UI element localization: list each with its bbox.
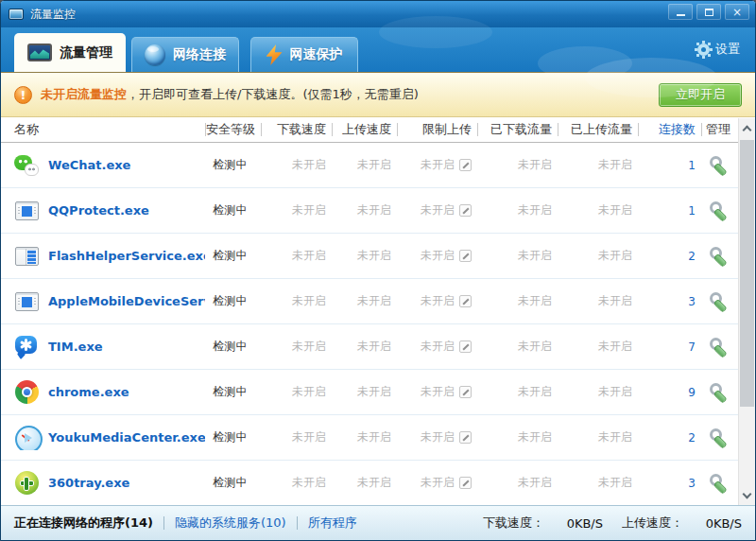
process-name: WeChat.exe [48, 158, 130, 172]
connection-count-link[interactable]: 1 [638, 204, 701, 218]
upload-speed-cell: 未开启 [332, 248, 397, 264]
tab-speed-protection[interactable]: 网速保护 [250, 37, 358, 72]
process-name: QQProtect.exe [48, 203, 149, 218]
process-name: chrome.exe [48, 385, 129, 399]
uploaded-traffic-cell: 未开启 [558, 429, 638, 445]
edit-limit-icon[interactable] [459, 340, 472, 353]
table-row[interactable]: FlashHelperService.exe 检测中 未开启 未开启 未开启 未… [1, 234, 755, 279]
scrollbar-thumb[interactable] [740, 140, 754, 407]
tab-bar: 流量管理 网络连接 网速保护 [14, 33, 358, 72]
warning-text-rest: ，开启即可查看上传/下载速度。(仅需1秒，无需重启) [127, 87, 419, 101]
manage-wrench-icon[interactable] [710, 292, 728, 308]
uploaded-traffic-cell: 未开启 [558, 248, 638, 264]
downloaded-traffic-cell: 未开启 [477, 293, 558, 309]
limit-upload-value: 未开启 [421, 293, 455, 309]
minimize-button[interactable] [668, 4, 693, 20]
table-row[interactable]: TIM.exe 检测中 未开启 未开启 未开启 未开启 未开启 7 [1, 324, 755, 370]
downloaded-traffic-cell: 未开启 [477, 157, 558, 173]
process-app-icon [14, 380, 40, 405]
downloaded-traffic-cell: 未开启 [477, 384, 558, 400]
security-level-value: 检测中 [205, 339, 261, 355]
window-controls: × [668, 4, 749, 20]
security-level-value: 检测中 [205, 384, 261, 400]
connection-count-link[interactable]: 9 [638, 386, 701, 399]
filter-all-programs[interactable]: 所有程序 [308, 515, 357, 532]
lightning-icon [266, 44, 283, 65]
manage-wrench-icon[interactable] [710, 383, 728, 399]
edit-limit-icon[interactable] [459, 159, 472, 171]
connection-count-link[interactable]: 7 [638, 340, 701, 354]
gear-icon [697, 44, 710, 56]
status-bar: 正在连接网络的程序(14) 隐藏的系统服务(10) 所有程序 下载速度： 0KB… [1, 505, 755, 540]
edit-limit-icon[interactable] [459, 295, 472, 307]
settings-button[interactable]: 设置 [697, 41, 740, 58]
uploaded-traffic-cell: 未开启 [558, 202, 638, 218]
download-speed-cell: 未开启 [261, 202, 332, 218]
table-row[interactable]: 360tray.exe 检测中 未开启 未开启 未开启 未开启 未开启 3 [1, 461, 755, 506]
column-header-connections: 连接数 [638, 121, 701, 138]
connection-count-link[interactable]: 3 [638, 477, 701, 490]
process-app-icon [14, 244, 40, 269]
divider [163, 516, 164, 530]
process-name: FlashHelperService.exe [48, 249, 205, 263]
downloaded-traffic-cell: 未开启 [477, 339, 558, 355]
settings-label: 设置 [715, 41, 740, 58]
filter-hidden-services[interactable]: 隐藏的系统服务(10) [175, 515, 286, 532]
scroll-down-button[interactable] [739, 486, 755, 505]
column-header-limit: 限制上传 [397, 121, 477, 138]
tab-network-connections[interactable]: 网络连接 [131, 37, 239, 72]
connection-count-link[interactable]: 2 [638, 431, 701, 445]
manage-wrench-icon[interactable] [710, 247, 728, 263]
upload-speed-cell: 未开启 [332, 202, 397, 218]
download-speed-cell: 未开启 [261, 475, 332, 491]
tab-label: 流量管理 [60, 44, 112, 61]
manage-wrench-icon[interactable] [710, 201, 728, 218]
column-header-download: 下载速度 [261, 121, 332, 138]
downloaded-traffic-cell: 未开启 [477, 202, 558, 218]
filter-connected-programs[interactable]: 正在连接网络的程序(14) [14, 515, 153, 532]
column-header-name: 名称 [1, 121, 205, 138]
uploaded-traffic-cell: 未开启 [558, 293, 638, 309]
upload-speed-value: 0KB/S [683, 516, 742, 531]
manage-wrench-icon[interactable] [710, 338, 728, 354]
upload-speed-cell: 未开启 [332, 157, 397, 173]
header-bar: 流量管理 网络连接 网速保护 设置 [1, 27, 755, 72]
limit-upload-value: 未开启 [421, 339, 455, 355]
process-app-icon [14, 153, 40, 178]
divider [297, 516, 298, 530]
upload-speed-cell: 未开启 [332, 339, 397, 355]
limit-upload-value: 未开启 [421, 157, 455, 173]
connection-count-link[interactable]: 3 [638, 295, 701, 308]
maximize-button[interactable] [696, 4, 721, 20]
close-button[interactable]: × [725, 4, 749, 20]
edit-limit-icon[interactable] [459, 204, 472, 217]
table-row[interactable]: QQProtect.exe 检测中 未开启 未开启 未开启 未开启 未开启 1 [1, 188, 755, 234]
manage-wrench-icon[interactable] [710, 156, 728, 172]
connection-count-link[interactable]: 1 [638, 159, 701, 172]
vertical-scrollbar[interactable] [738, 118, 755, 505]
process-app-icon [14, 199, 40, 223]
edit-limit-icon[interactable] [459, 477, 472, 489]
security-level-value: 检测中 [205, 248, 261, 264]
process-name: TIM.exe [48, 340, 103, 354]
cloud-decoration [379, 16, 492, 48]
process-name: 360tray.exe [48, 476, 129, 490]
connection-count-link[interactable]: 2 [638, 250, 701, 263]
edit-limit-icon[interactable] [459, 250, 472, 262]
scroll-up-button[interactable] [739, 118, 755, 137]
table-row[interactable]: WeChat.exe 检测中 未开启 未开启 未开启 未开启 未开启 1 [1, 143, 755, 188]
table-row[interactable]: chrome.exe 检测中 未开启 未开启 未开启 未开启 未开启 9 [1, 370, 755, 415]
upload-speed-cell: 未开启 [332, 475, 397, 491]
downloaded-traffic-cell: 未开启 [477, 248, 558, 264]
table-row[interactable]: YoukuMediaCenter.exe 检测中 未开启 未开启 未开启 未开启… [1, 415, 755, 461]
cloud-decoration [585, 58, 717, 97]
edit-limit-icon[interactable] [459, 431, 472, 444]
manage-wrench-icon[interactable] [710, 474, 728, 490]
table-row[interactable]: AppleMobileDeviceServi... 检测中 未开启 未开启 未开… [1, 279, 755, 324]
warning-text-bold: 未开启流量监控 [41, 87, 127, 101]
edit-limit-icon[interactable] [459, 386, 472, 398]
manage-wrench-icon[interactable] [710, 428, 728, 445]
tab-label: 网络连接 [173, 46, 226, 63]
tab-traffic-management[interactable]: 流量管理 [14, 33, 126, 72]
chevron-down-icon [743, 489, 752, 498]
